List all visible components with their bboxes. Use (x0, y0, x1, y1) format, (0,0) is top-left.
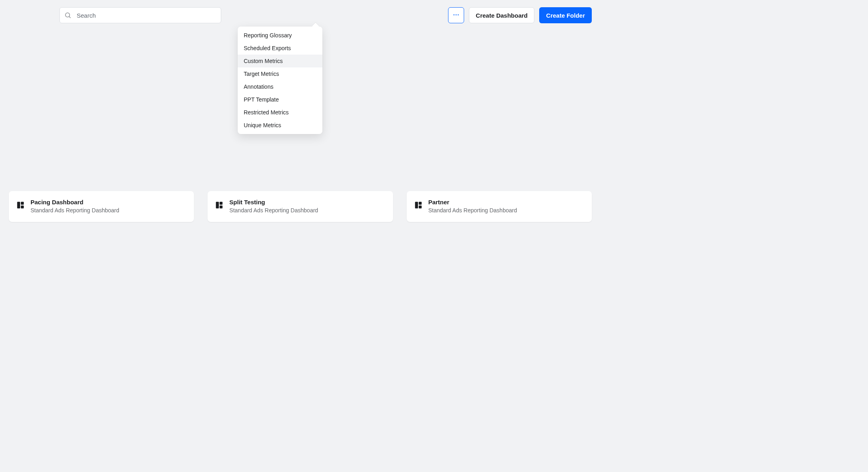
svg-rect-7 (21, 205, 24, 208)
svg-rect-6 (21, 202, 24, 205)
menu-item-restricted-metrics[interactable]: Restricted Metrics (238, 106, 322, 119)
dashboard-card-title: Pacing Dashboard (31, 198, 119, 206)
dashboard-icon (16, 201, 25, 211)
create-folder-button[interactable]: Create Folder (539, 7, 592, 23)
dashboard-card-subtitle: Standard Ads Reporting Dashboard (31, 207, 119, 214)
svg-rect-9 (220, 202, 222, 205)
dashboard-card[interactable]: PartnerStandard Ads Reporting Dashboard (407, 191, 592, 222)
dashboard-card-text: Split TestingStandard Ads Reporting Dash… (229, 198, 318, 214)
menu-item-scheduled-exports[interactable]: Scheduled Exports (238, 42, 322, 55)
svg-rect-8 (216, 202, 219, 209)
svg-rect-10 (220, 205, 222, 208)
svg-point-3 (456, 14, 457, 15)
svg-point-4 (458, 14, 459, 15)
menu-item-reporting-glossary[interactable]: Reporting Glossary (238, 29, 322, 42)
dashboard-icon (215, 201, 224, 211)
search-wrap (59, 7, 221, 23)
dashboard-card-text: Pacing DashboardStandard Ads Reporting D… (31, 198, 119, 214)
menu-item-ppt-template[interactable]: PPT Template (238, 93, 322, 106)
top-bar: Create Dashboard Create Folder (0, 7, 601, 23)
create-dashboard-button[interactable]: Create Dashboard (469, 7, 534, 23)
svg-rect-12 (419, 202, 422, 205)
dashboard-card-subtitle: Standard Ads Reporting Dashboard (428, 207, 517, 214)
more-horizontal-icon (452, 11, 460, 20)
dashboard-card[interactable]: Split TestingStandard Ads Reporting Dash… (208, 191, 393, 222)
menu-item-target-metrics[interactable]: Target Metrics (238, 67, 322, 80)
more-options-button[interactable] (448, 7, 464, 23)
search-input[interactable] (59, 7, 221, 23)
more-options-menu: Reporting GlossaryScheduled ExportsCusto… (238, 26, 322, 134)
svg-rect-5 (17, 202, 20, 209)
dashboard-card-subtitle: Standard Ads Reporting Dashboard (229, 207, 318, 214)
menu-item-unique-metrics[interactable]: Unique Metrics (238, 119, 322, 132)
svg-point-2 (453, 14, 454, 15)
dashboard-card-text: PartnerStandard Ads Reporting Dashboard (428, 198, 517, 214)
svg-rect-13 (419, 205, 422, 208)
menu-item-custom-metrics[interactable]: Custom Metrics (238, 55, 322, 67)
svg-rect-11 (415, 202, 418, 209)
dashboard-card-title: Partner (428, 198, 517, 206)
dashboard-icon (414, 201, 423, 211)
dashboard-card[interactable]: Pacing DashboardStandard Ads Reporting D… (9, 191, 194, 222)
dashboard-card-title: Split Testing (229, 198, 318, 206)
menu-item-annotations[interactable]: Annotations (238, 80, 322, 93)
dashboard-cards: Pacing DashboardStandard Ads Reporting D… (9, 191, 592, 222)
